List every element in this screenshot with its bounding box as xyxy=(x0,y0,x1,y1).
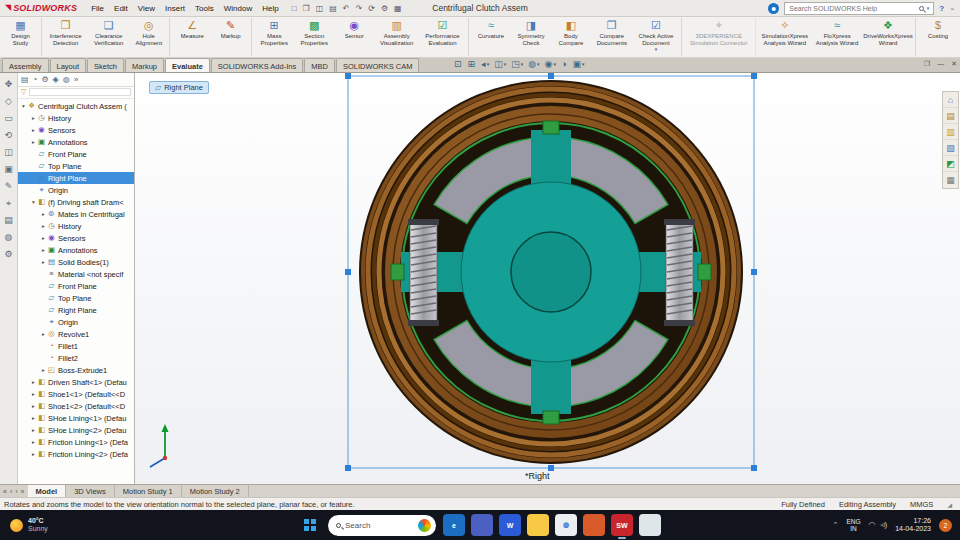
design-study-button[interactable]: ▦ Design Study xyxy=(2,18,42,56)
tree-item[interactable]: ▸ Shoe1<2> (Default<<D xyxy=(18,400,134,412)
restore-window-icon[interactable]: ❐ xyxy=(924,60,930,68)
tree-item[interactable]: Top Plane xyxy=(18,292,134,304)
hole-alignment-button[interactable]: ◎ Hole Alignment xyxy=(130,18,170,56)
hide-show-items-icon[interactable]: ◉▾ xyxy=(543,59,558,69)
section-properties-button[interactable]: ▩ Section Properties xyxy=(294,18,334,56)
tree-item[interactable]: ▸ Boss-Extrude1 xyxy=(18,364,134,376)
tree-item[interactable]: ▸ Revolve1 xyxy=(18,328,134,340)
close-window-icon[interactable]: ✕ xyxy=(951,60,957,68)
open-file-icon[interactable]: ❐ xyxy=(300,4,313,13)
body-compare-button[interactable]: ◧ Body Compare xyxy=(551,18,591,56)
file-explorer-tab-icon[interactable]: ▥ xyxy=(943,124,958,140)
menu-item[interactable]: Edit xyxy=(109,4,133,13)
dock-annotate-icon[interactable]: ✎ xyxy=(5,181,13,191)
propertymanager-tab-icon[interactable]: ◔ xyxy=(33,75,38,84)
redo-icon[interactable]: ↷ xyxy=(353,4,366,13)
help-search-input[interactable] xyxy=(789,5,915,12)
rebuild-icon[interactable]: ⟳ xyxy=(365,4,378,13)
tree-item[interactable]: Front Plane xyxy=(18,148,134,160)
study-tab[interactable]: Model xyxy=(28,485,67,497)
interference-detection-button[interactable]: ❒ Interference Detection xyxy=(44,18,87,56)
filter-icon[interactable]: ▽ xyxy=(21,88,26,96)
clearance-verification-button[interactable]: ❏ Clearance Verification xyxy=(87,18,130,56)
collapse-chevron-icon[interactable]: ⌄ xyxy=(949,4,955,12)
volume-icon[interactable]: ◃) xyxy=(881,521,888,529)
expand-arrow-icon[interactable]: ▸ xyxy=(30,415,37,421)
tree-item[interactable]: ▾ (f) Driving shaft Dram< xyxy=(18,196,134,208)
tree-item[interactable]: Origin xyxy=(18,316,134,328)
section-view-icon[interactable]: ◫▾ xyxy=(492,59,508,69)
zoom-area-icon[interactable]: ⊞ xyxy=(466,59,479,69)
mass-properties-button[interactable]: ⊞ Mass Properties xyxy=(254,18,294,56)
dock-appearance-icon[interactable]: ◍ xyxy=(5,232,13,242)
expand-arrow-icon[interactable]: ▸ xyxy=(30,127,37,133)
tree-item[interactable]: Origin xyxy=(18,184,134,196)
clutch-assembly-model[interactable] xyxy=(135,73,960,484)
tree-item[interactable]: ▸ History xyxy=(18,220,134,232)
first-tab-icon[interactable]: « xyxy=(3,488,7,495)
curvature-button[interactable]: ≈ Curvature xyxy=(471,18,511,56)
configurationmanager-tab-icon[interactable]: ⚙ xyxy=(41,75,48,84)
tree-item[interactable]: Right Plane xyxy=(18,304,134,316)
undo-icon[interactable]: ↶ xyxy=(340,4,353,13)
expand-arrow-icon[interactable]: ▸ xyxy=(30,115,37,121)
tree-item[interactable]: ▸ History xyxy=(18,112,134,124)
previous-view-icon[interactable]: ◂▾ xyxy=(479,59,491,69)
user-avatar[interactable]: ☻ xyxy=(768,3,779,14)
dock-sketch-icon[interactable]: ▭ xyxy=(4,113,13,123)
spring-left[interactable] xyxy=(408,219,439,326)
expand-arrow-icon[interactable]: ▾ xyxy=(20,103,27,109)
expand-arrow-icon[interactable]: ▸ xyxy=(30,379,37,385)
expand-arrow-icon[interactable]: ▸ xyxy=(30,391,37,397)
tree-item[interactable]: ▸ Annotations xyxy=(18,136,134,148)
tree-item[interactable]: ▸ SHoe Lining<2> (Defau xyxy=(18,424,134,436)
command-tab[interactable]: Evaluate xyxy=(165,58,210,72)
tray-chevron-icon[interactable]: ⌃ xyxy=(833,521,839,529)
design-library-tab-icon[interactable]: ▤ xyxy=(943,108,958,124)
dock-settings-icon[interactable]: ⚙ xyxy=(4,249,12,259)
tree-item[interactable]: ▸ Friction Lining<1> (Defa xyxy=(18,436,134,448)
command-tab[interactable]: Sketch xyxy=(87,58,124,72)
dock-origin-icon[interactable]: ⌖ xyxy=(6,198,11,208)
tree-item[interactable]: Front Plane xyxy=(18,280,134,292)
tree-item[interactable]: Material <not specif xyxy=(18,268,134,280)
edit-appearance-icon[interactable]: ◑ xyxy=(559,59,569,69)
options-icon[interactable]: ⚙ xyxy=(378,4,391,13)
command-tab[interactable]: SOLIDWORKS CAM xyxy=(336,58,420,72)
view-orientation-icon[interactable]: ◳▾ xyxy=(509,59,525,69)
markup-button[interactable]: ✎ Markup xyxy=(212,18,252,56)
tree-item[interactable]: ▸ Solid Bodies(1) xyxy=(18,256,134,268)
expand-arrow-icon[interactable]: ▸ xyxy=(30,439,37,445)
driveworksxpress-wizard-button[interactable]: ❖ DriveWorksXpress Wizard xyxy=(863,18,916,56)
dock-pin-icon[interactable]: ✥ xyxy=(5,79,13,89)
expand-arrow-icon[interactable]: ▸ xyxy=(40,235,47,241)
tree-item[interactable]: ▾ Centrifugal Clutch Assem ( xyxy=(18,100,134,112)
dock-rotate-icon[interactable]: ⟲ xyxy=(5,130,13,140)
custom-properties-tab-icon[interactable]: ▦ xyxy=(943,172,958,188)
3dexperience-simulation-connector-button[interactable]: ✦ 3DEXPERIENCE Simulation Connector xyxy=(684,18,756,56)
apply-scene-icon[interactable]: ▣▾ xyxy=(570,59,586,69)
taskbar-app-chrome[interactable]: ◍ xyxy=(555,514,577,536)
dimxpertmanager-tab-icon[interactable]: ◈ xyxy=(53,75,59,84)
study-tab[interactable]: Motion Study 2 xyxy=(182,485,249,497)
taskbar-app-notepad[interactable] xyxy=(639,514,661,536)
symmetry-check-button[interactable]: ◨ Symmetry Check xyxy=(511,18,551,56)
menu-item[interactable]: View xyxy=(133,4,160,13)
tree-item[interactable]: ▸ Driven Shaft<1> (Defau xyxy=(18,376,134,388)
new-file-icon[interactable]: □ xyxy=(289,4,300,13)
solidworks-resources-tab-icon[interactable]: ⌂ xyxy=(943,92,958,108)
tree-item[interactable]: ▸ Mates in Centrifugal xyxy=(18,208,134,220)
tree-item[interactable]: Fillet1 xyxy=(18,340,134,352)
floxpress-analysis-wizard-button[interactable]: ≈ FloXpress Analysis Wizard xyxy=(811,18,863,56)
command-tab[interactable]: SOLIDWORKS Add-Ins xyxy=(211,58,303,72)
taskbar-app-teams[interactable] xyxy=(471,514,493,536)
menu-item[interactable]: File xyxy=(86,4,109,13)
study-tab[interactable]: Motion Study 1 xyxy=(115,485,182,497)
assembly-visualization-button[interactable]: ▥ Assembly Visualization xyxy=(374,18,419,56)
tree-item[interactable]: ▸ Friction Lining<2> (Defa xyxy=(18,448,134,460)
expand-arrow-icon[interactable]: ▸ xyxy=(30,403,37,409)
taskbar-app-edge[interactable]: e xyxy=(443,514,465,536)
menu-item[interactable]: Insert xyxy=(160,4,190,13)
next-tab-icon[interactable]: › xyxy=(15,488,17,495)
dock-select-icon[interactable]: ◇ xyxy=(5,96,12,106)
